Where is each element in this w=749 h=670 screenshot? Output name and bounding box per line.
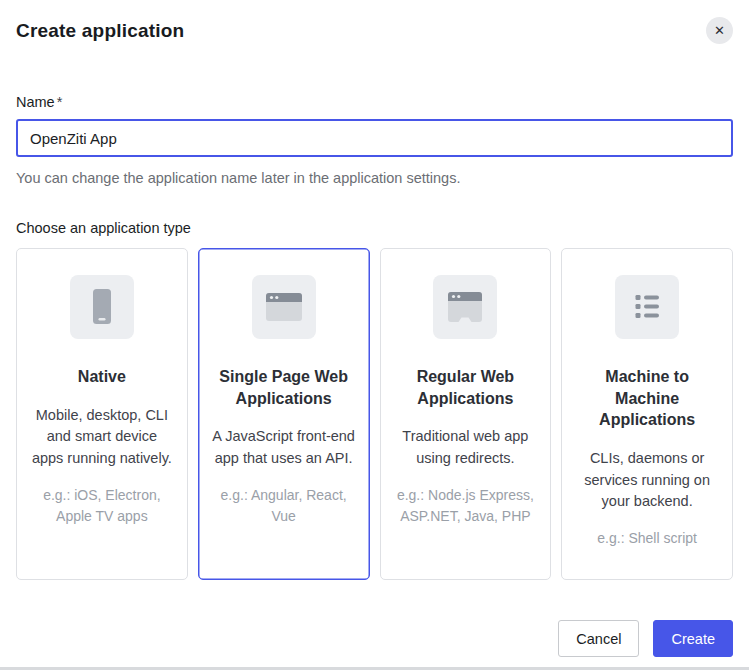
smartphone-icon [70, 275, 134, 339]
card-description: Traditional web app using redirects. [393, 426, 539, 470]
app-type-card-spa[interactable]: Single Page Web Applications A JavaScrip… [198, 248, 370, 580]
app-type-card-m2m[interactable]: Machine to Machine Applications CLIs, da… [561, 248, 733, 580]
card-description: Mobile, desktop, CLI and smart device ap… [29, 405, 175, 470]
application-type-label: Choose an application type [16, 220, 733, 236]
modal-header: Create application ✕ [0, 0, 749, 44]
icon-tile [252, 275, 316, 339]
name-label: Name* [16, 94, 733, 110]
close-button[interactable]: ✕ [706, 17, 733, 44]
create-button[interactable]: Create [653, 620, 733, 657]
card-title: Native [29, 366, 175, 388]
modal-title: Create application [16, 20, 184, 42]
card-example: e.g.: iOS, Electron, Apple TV apps [29, 485, 175, 527]
app-type-cards: Native Mobile, desktop, CLI and smart de… [16, 248, 733, 580]
browser-window-icon [252, 275, 316, 339]
cancel-button[interactable]: Cancel [558, 620, 639, 657]
application-name-input[interactable] [16, 119, 733, 157]
card-example: e.g.: Shell script [574, 528, 720, 549]
list-rows-icon [615, 275, 679, 339]
card-example: e.g.: Angular, React, Vue [211, 485, 357, 527]
card-title: Machine to Machine Applications [574, 366, 720, 431]
card-description: A JavaScript front-end app that uses an … [211, 426, 357, 470]
required-asterisk: * [57, 94, 63, 110]
modal-footer: Cancel Create [558, 620, 733, 657]
icon-tile [615, 275, 679, 339]
web-server-icon [433, 275, 497, 339]
card-title: Regular Web Applications [393, 366, 539, 409]
close-icon: ✕ [714, 24, 725, 37]
create-application-modal: Create application ✕ Name* You can chang… [0, 0, 749, 670]
app-type-card-native[interactable]: Native Mobile, desktop, CLI and smart de… [16, 248, 188, 580]
card-title: Single Page Web Applications [211, 366, 357, 409]
app-type-card-regular-web[interactable]: Regular Web Applications Traditional web… [380, 248, 552, 580]
modal-body: Name* You can change the application nam… [0, 94, 749, 580]
icon-tile [433, 275, 497, 339]
card-example: e.g.: Node.js Express, ASP.NET, Java, PH… [393, 485, 539, 527]
name-help-text: You can change the application name late… [16, 170, 733, 186]
icon-tile [70, 275, 134, 339]
card-description: CLIs, daemons or services running on you… [574, 448, 720, 513]
